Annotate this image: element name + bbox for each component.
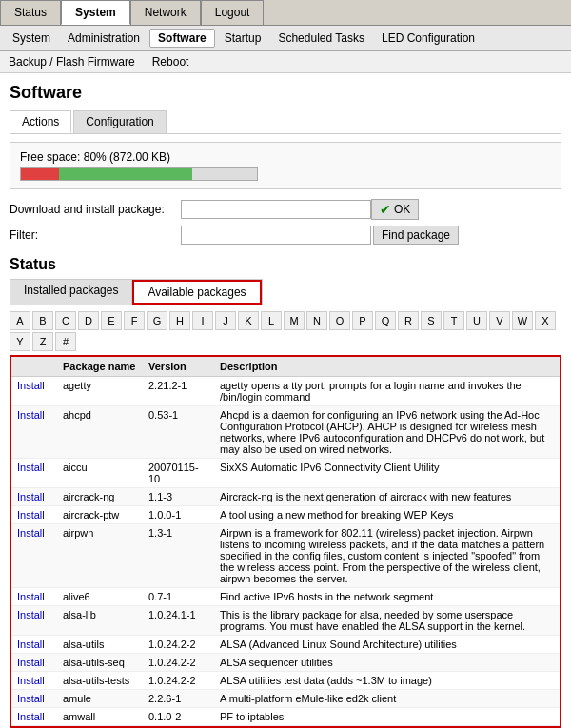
package-version: 0.7-1	[143, 588, 214, 606]
install-link[interactable]: Install	[17, 693, 45, 704]
letter-d[interactable]: D	[78, 311, 99, 330]
letter-p[interactable]: P	[352, 311, 373, 330]
install-link[interactable]: Install	[17, 675, 45, 686]
install-link[interactable]: Install	[17, 380, 45, 391]
package-version: 1.1-3	[143, 488, 214, 506]
action-cell: Install	[11, 690, 57, 708]
letter-g[interactable]: G	[147, 311, 167, 330]
install-link[interactable]: Install	[17, 509, 45, 521]
nav-system[interactable]: System	[5, 30, 58, 47]
action-cell: Install	[11, 406, 57, 459]
nav-administration[interactable]: Administration	[60, 30, 148, 47]
download-install-input[interactable]	[181, 200, 371, 219]
action-cell: Install	[11, 606, 57, 636]
table-row: Install aircrack-ptw 1.0.0-1 A tool usin…	[11, 506, 560, 524]
letter-#[interactable]: #	[55, 332, 76, 351]
letter-m[interactable]: M	[284, 311, 305, 330]
filter-input[interactable]	[181, 226, 371, 245]
letter-j[interactable]: J	[215, 311, 236, 330]
package-description: This is the library package for alsa, ne…	[214, 606, 560, 636]
action-cell: Install	[11, 524, 57, 588]
package-description: ALSA (Advanced Linux Sound Architecture)…	[214, 636, 560, 654]
letter-e[interactable]: E	[101, 311, 122, 330]
install-link[interactable]: Install	[17, 639, 45, 650]
package-description: SixXS Automatic IPv6 Connectivity Client…	[214, 459, 560, 488]
letter-t[interactable]: T	[443, 311, 464, 330]
subtab-actions[interactable]: Actions	[10, 110, 71, 133]
letter-h[interactable]: H	[169, 311, 190, 330]
install-link[interactable]: Install	[17, 657, 45, 668]
letter-q[interactable]: Q	[375, 311, 396, 330]
package-description: PF to iptables	[214, 708, 560, 726]
tab-network[interactable]: Network	[130, 0, 201, 25]
col-header-name: Package name	[57, 357, 143, 377]
package-name: aircrack-ptw	[57, 506, 143, 524]
package-version: 20070115-10	[143, 459, 214, 488]
table-row: Install agetty 2.21.2-1 agetty opens a t…	[11, 377, 560, 406]
package-description: agetty opens a tty port, prompts for a l…	[214, 377, 560, 406]
action-cell: Install	[11, 459, 57, 488]
letter-a[interactable]: A	[10, 311, 30, 330]
letter-o[interactable]: O	[329, 311, 350, 330]
letter-c[interactable]: C	[55, 311, 76, 330]
letter-r[interactable]: R	[398, 311, 419, 330]
nav-software[interactable]: Software	[149, 29, 215, 48]
nav-scheduled-tasks[interactable]: Scheduled Tasks	[270, 30, 372, 47]
package-name: alsa-utils-seq	[57, 654, 143, 672]
package-name: airpwn	[57, 524, 143, 588]
subtab-configuration[interactable]: Configuration	[73, 110, 166, 133]
package-tabs: Installed packages Available packages	[10, 279, 263, 305]
nav-backup-flash[interactable]: Backup / Flash Firmware	[5, 53, 139, 70]
letter-u[interactable]: U	[466, 311, 487, 330]
table-row: Install ahcpd 0.53-1 Ahcpd is a daemon f…	[11, 406, 560, 459]
install-link[interactable]: Install	[17, 591, 45, 602]
tab-available-packages[interactable]: Available packages	[132, 280, 261, 305]
nav-startup[interactable]: Startup	[217, 30, 269, 47]
tab-installed-packages[interactable]: Installed packages	[10, 280, 132, 305]
install-link[interactable]: Install	[17, 711, 45, 722]
package-name: agetty	[57, 377, 143, 406]
download-install-row: Download and install package: ✔ OK	[10, 199, 561, 220]
package-description: Airpwn is a framework for 802.11 (wirele…	[214, 524, 560, 588]
table-row: Install alsa-lib 1.0.24.1-1 This is the …	[11, 606, 560, 636]
package-version: 2.21.2-1	[143, 377, 214, 406]
letter-b[interactable]: B	[32, 311, 53, 330]
letter-x[interactable]: X	[535, 311, 556, 330]
letter-v[interactable]: V	[489, 311, 510, 330]
progress-free	[59, 168, 192, 180]
table-row: Install amule 2.2.6-1 A multi-platform e…	[11, 690, 560, 708]
action-cell: Install	[11, 377, 57, 406]
status-title: Status	[10, 256, 561, 273]
progress-used	[21, 168, 59, 180]
filter-label: Filter:	[10, 228, 181, 242]
letter-i[interactable]: I	[192, 311, 213, 330]
tab-logout[interactable]: Logout	[201, 0, 265, 25]
letter-y[interactable]: Y	[10, 332, 30, 351]
letter-l[interactable]: L	[261, 311, 282, 330]
install-link[interactable]: Install	[17, 609, 45, 620]
find-package-button[interactable]: Find package	[373, 226, 459, 245]
install-link[interactable]: Install	[17, 409, 45, 421]
package-description: A multi-platform eMule-like ed2k client	[214, 690, 560, 708]
letter-k[interactable]: K	[238, 311, 259, 330]
second-nav: System Administration Software Startup S…	[0, 26, 571, 51]
top-nav: Status System Network Logout	[0, 0, 571, 26]
install-link[interactable]: Install	[17, 462, 45, 473]
letter-z[interactable]: Z	[32, 332, 53, 351]
package-description: ALSA utilities test data (adds ~1.3M to …	[214, 672, 560, 690]
package-version: 2.2.6-1	[143, 690, 214, 708]
letter-n[interactable]: N	[306, 311, 327, 330]
letter-f[interactable]: F	[124, 311, 145, 330]
letter-nav: ABCDEFGHIJKLMNOPQRSTUVWXYZ#	[10, 311, 561, 351]
ok-button[interactable]: ✔ OK	[371, 199, 419, 220]
letter-w[interactable]: W	[512, 311, 533, 330]
tab-system[interactable]: System	[61, 0, 130, 25]
letter-s[interactable]: S	[421, 311, 442, 330]
install-link[interactable]: Install	[17, 527, 45, 539]
nav-reboot[interactable]: Reboot	[148, 53, 193, 70]
action-cell: Install	[11, 672, 57, 690]
nav-led-config[interactable]: LED Configuration	[374, 30, 482, 47]
install-link[interactable]: Install	[17, 491, 45, 502]
tab-status[interactable]: Status	[0, 0, 61, 25]
download-install-label: Download and install package:	[10, 203, 181, 216]
